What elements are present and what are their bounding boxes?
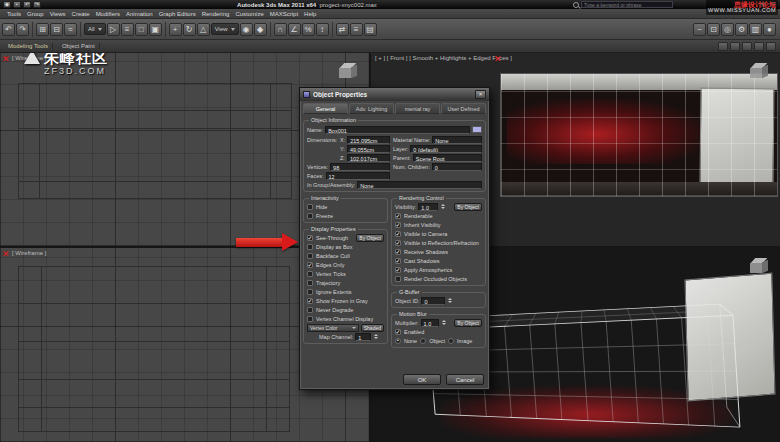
checkbox-row-receive-shadows[interactable]: ✓ Receive Shadows [395,247,482,256]
align-icon[interactable]: ≡ [350,23,363,36]
render-occluded-checkbox[interactable] [395,276,401,282]
search-input[interactable] [581,1,673,8]
tab-adv-lighting[interactable]: Adv. Lighting [349,103,394,114]
vertex-channel-checkbox[interactable] [307,316,313,322]
bind-to-space-warp-icon[interactable]: ≈ [64,23,77,36]
tab-general[interactable]: General [303,103,348,114]
menu-views[interactable]: Views [47,11,69,17]
checkbox-row-renderable[interactable]: ✓ Renderable [395,211,482,220]
checkbox-row-show-frozen[interactable]: ✓ Show Frozen in Gray [307,296,384,305]
undo-small-icon[interactable]: ↶ [23,1,31,8]
save-icon[interactable]: ▪ [13,1,21,8]
spinner-control[interactable] [440,203,446,211]
select-and-rotate-icon[interactable]: ↻ [183,23,196,36]
material-editor-icon[interactable]: ◎ [721,23,734,36]
selection-filter-dropdown[interactable]: All [84,23,106,35]
never-degrade-checkbox[interactable] [307,307,313,313]
checkbox-row-visible-to-reflection[interactable]: ✓ Visible to Reflection/Refraction [395,238,482,247]
viewcube[interactable] [337,63,359,81]
checkbox-row-visible-to-camera[interactable]: ✓ Visible to Camera [395,229,482,238]
render-setup-icon[interactable]: ⚙ [735,23,748,36]
ignore-extents-checkbox[interactable] [307,289,313,295]
ok-button[interactable]: OK [403,374,441,385]
cancel-button[interactable]: Cancel [446,374,484,385]
renderable-checkbox[interactable]: ✓ [395,213,401,219]
ribbon-icon[interactable] [730,42,740,51]
tab-mental-ray[interactable]: mental ray [395,103,440,114]
menu-help[interactable]: Help [301,11,319,17]
menu-group[interactable]: Group [24,11,47,17]
snaps-toggle-icon[interactable]: ∩ [274,23,287,36]
checkbox-row-hide[interactable]: Hide [307,202,384,211]
ribbon-icon[interactable] [718,42,728,51]
menu-modifiers[interactable]: Modifiers [93,11,123,17]
name-field[interactable]: Box001 [325,126,470,134]
rendered-frame-window-icon[interactable]: ▥ [749,23,762,36]
rectangular-selection-region-icon[interactable]: □ [135,23,148,36]
select-and-manipulate-icon[interactable]: ◆ [254,23,267,36]
vertex-color-dropdown[interactable]: Vertex Color [307,324,359,332]
use-pivot-center-icon[interactable]: ◉ [240,23,253,36]
tab-object-paint[interactable]: Object Paint [58,43,100,49]
checkbox-row-trajectory[interactable]: Trajectory [307,278,384,287]
checkbox-row-edges-only[interactable]: ✓ Edges Only [307,260,384,269]
viewcube[interactable] [748,258,770,276]
spinner-control[interactable] [441,319,447,327]
ribbon-icon[interactable] [742,42,752,51]
motion-blur-enabled-checkbox[interactable]: ✓ [395,329,401,335]
application-menu-icon[interactable]: ◆ [3,1,11,8]
menu-rendering[interactable]: Rendering [199,11,233,17]
receive-shadows-checkbox[interactable]: ✓ [395,249,401,255]
undo-icon[interactable]: ↶ [2,23,15,36]
checkbox-row-display-as-box[interactable]: Display as Box [307,242,384,251]
checkbox-row-cast-shadows[interactable]: ✓ Cast Shadows [395,256,482,265]
shaded-button[interactable]: Shaded [361,324,384,332]
menu-customize[interactable]: Customize [232,11,266,17]
schematic-view-icon[interactable]: ⊡ [707,23,720,36]
checkbox-row-apply-atmospherics[interactable]: ✓ Apply Atmospherics [395,265,482,274]
window-crossing-icon[interactable]: ▣ [149,23,162,36]
dialog-title-bar[interactable]: Object Properties × [300,88,489,101]
checkbox-row-freeze[interactable]: Freeze [307,211,384,220]
layer-manager-icon[interactable]: ▤ [364,23,377,36]
select-and-link-icon[interactable]: ⊞ [36,23,49,36]
motion-blur-by-object-button[interactable]: By Object [454,319,482,327]
checkbox-row-enabled[interactable]: ✓ Enabled [395,327,482,336]
object-color-swatch[interactable] [472,126,482,133]
backface-cull-checkbox[interactable] [307,253,313,259]
motion-blur-object-radio[interactable] [420,338,426,344]
render-production-icon[interactable]: ● [763,23,776,36]
menu-create[interactable]: Create [69,11,93,17]
curve-editor-icon[interactable]: ~ [693,23,706,36]
viewport-label[interactable]: [ + ] [ Front ] [ Smooth + Highlights + … [375,55,512,61]
checkbox-row-render-occluded[interactable]: Render Occluded Objects [395,274,482,283]
apply-atmospherics-checkbox[interactable]: ✓ [395,267,401,273]
checkbox-row-ignore-extents[interactable]: Ignore Extents [307,287,384,296]
menu-maxscript[interactable]: MAXScript [267,11,301,17]
checkbox-row-see-through[interactable]: ✓ See-Through By Object [307,233,384,242]
visibility-value[interactable]: 1,0 [418,203,438,211]
select-object-icon[interactable]: ▷ [107,23,120,36]
multiplier-value[interactable]: 1,0 [421,319,439,327]
map-channel-value[interactable]: 1 [355,333,371,341]
visible-to-reflection-checkbox[interactable]: ✓ [395,240,401,246]
unlink-selection-icon[interactable]: ⊟ [50,23,63,36]
viewcube[interactable] [748,63,770,81]
select-by-name-icon[interactable]: ≡ [121,23,134,36]
edges-only-checkbox[interactable]: ✓ [307,262,313,268]
display-as-box-checkbox[interactable] [307,244,313,250]
motion-blur-image-radio[interactable] [448,338,454,344]
checkbox-row-vertex-channel[interactable]: Vertex Channel Display [307,314,384,323]
ribbon-icon[interactable] [766,42,776,51]
menu-tools[interactable]: Tools [4,11,24,17]
viewport-label[interactable]: [ Wireframe ] [12,250,46,256]
spinner-snap-icon[interactable]: ↕ [316,23,329,36]
mirror-icon[interactable]: ⇄ [336,23,349,36]
show-frozen-checkbox[interactable]: ✓ [307,298,313,304]
see-through-checkbox[interactable]: ✓ [307,235,313,241]
freeze-checkbox[interactable] [307,213,313,219]
vertex-ticks-checkbox[interactable] [307,271,313,277]
inherit-visibility-checkbox[interactable]: ✓ [395,222,401,228]
hide-checkbox[interactable] [307,204,313,210]
menu-graph-editors[interactable]: Graph Editors [156,11,199,17]
